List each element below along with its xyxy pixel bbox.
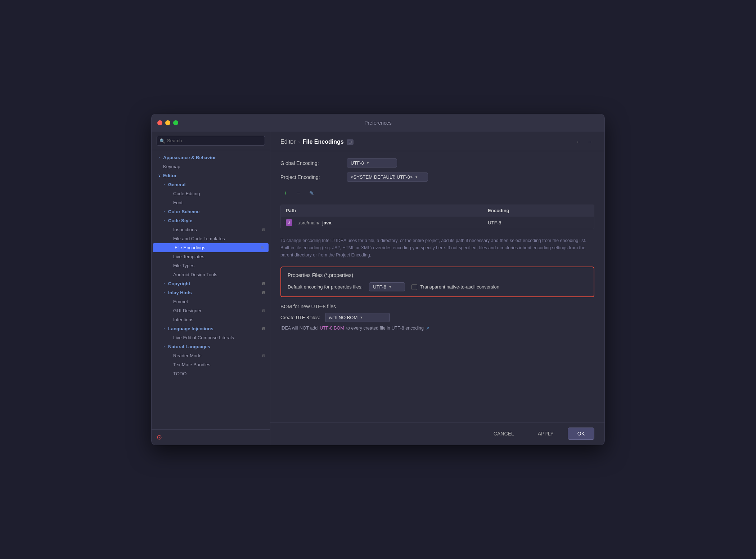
sidebar-item-textmate-bundles[interactable]: TextMate Bundles	[152, 360, 270, 369]
sidebar-item-label: Language Injections	[168, 326, 261, 331]
sidebar-item-file-encodings[interactable]: File Encodings ⊟	[153, 243, 269, 252]
sidebar-item-natural-languages[interactable]: › Natural Languages	[152, 342, 270, 351]
cell-encoding: UTF-8	[488, 220, 589, 225]
sidebar-item-keymap[interactable]: Keymap	[152, 162, 270, 171]
edit-button[interactable]: ✎	[306, 188, 316, 198]
path-bold: java	[322, 220, 331, 225]
path-folder-icon: J	[286, 219, 292, 226]
path-prefix: .../src/main/	[295, 220, 319, 225]
item-badge: ⊟	[262, 327, 265, 331]
chevron-icon: ›	[162, 345, 167, 349]
sidebar-item-label: Android Design Tools	[173, 272, 265, 277]
dropdown-arrow-icon: ▾	[360, 315, 363, 320]
sidebar-item-live-edit-compose[interactable]: Live Edit of Compose Literals	[152, 333, 270, 342]
ok-button[interactable]: OK	[568, 428, 594, 440]
chevron-icon: ›	[162, 282, 167, 286]
chevron-icon: ›	[162, 219, 167, 223]
sidebar-search-area: 🔍	[152, 131, 270, 150]
sidebar-item-font[interactable]: Font	[152, 198, 270, 207]
sidebar-item-language-injections[interactable]: › Language Injections ⊟	[152, 324, 270, 333]
bom-note-prefix: IDEA will NOT add	[280, 326, 318, 331]
sidebar-item-label: GUI Designer	[173, 308, 261, 313]
sidebar-item-copyright[interactable]: › Copyright ⊟	[152, 279, 270, 288]
main-content: 🔍 › Appearance & Behavior Keymap ∨ Edito…	[152, 131, 604, 445]
item-badge: ⊟	[261, 246, 264, 250]
remove-button[interactable]: −	[293, 188, 303, 198]
sidebar-item-label: File Types	[173, 263, 265, 268]
sidebar-item-intentions[interactable]: Intentions	[152, 315, 270, 324]
sidebar-item-label: Natural Languages	[168, 344, 265, 349]
sidebar-item-label: Keymap	[163, 164, 265, 169]
transparent-checkbox[interactable]	[411, 284, 417, 290]
breadcrumb-separator: ›	[298, 139, 300, 144]
search-icon: 🔍	[159, 138, 165, 143]
transparent-checkbox-row[interactable]: Transparent native-to-ascii conversion	[411, 284, 499, 290]
nav-back-icon[interactable]: ←	[574, 137, 583, 147]
sidebar-item-code-style[interactable]: › Code Style	[152, 216, 270, 225]
breadcrumb-editor: Editor	[280, 139, 296, 145]
sidebar-item-live-templates[interactable]: Live Templates	[152, 252, 270, 261]
nav-arrows: ← →	[574, 137, 594, 147]
sidebar-item-appearance-behavior[interactable]: › Appearance & Behavior	[152, 153, 270, 162]
sidebar-item-file-types[interactable]: File Types	[152, 261, 270, 270]
col-encoding-header: Encoding	[488, 208, 589, 213]
sidebar-item-label: Reader Mode	[173, 353, 261, 358]
window-title: Preferences	[364, 120, 391, 126]
properties-encoding-label: Default encoding for properties files:	[288, 284, 363, 290]
sidebar-item-label: Code Editing	[173, 191, 265, 196]
sidebar-item-emmet[interactable]: Emmet	[152, 297, 270, 306]
chevron-icon: ›	[162, 183, 167, 187]
cancel-button[interactable]: CANCEL	[484, 428, 524, 440]
sidebar-item-label: Inlay Hints	[168, 290, 261, 295]
sidebar-item-todo[interactable]: TODO	[152, 369, 270, 378]
chevron-icon: ›	[162, 291, 167, 295]
global-encoding-value: UTF-8	[351, 160, 364, 166]
sidebar-item-android-design-tools[interactable]: Android Design Tools	[152, 270, 270, 279]
search-wrapper: 🔍	[157, 136, 265, 146]
bom-note: IDEA will NOT add UTF-8 BOM to every cre…	[280, 326, 594, 331]
traffic-lights	[157, 120, 178, 125]
global-encoding-dropdown[interactable]: UTF-8 ▾	[347, 158, 397, 167]
bom-row: Create UTF-8 files: with NO BOM ▾	[280, 313, 594, 322]
sidebar-item-color-scheme[interactable]: › Color Scheme	[152, 207, 270, 216]
item-badge: ⊟	[262, 354, 265, 358]
maximize-button[interactable]	[173, 120, 178, 125]
sidebar-item-label: TextMate Bundles	[173, 362, 265, 367]
sidebar-item-label: TODO	[173, 371, 265, 376]
close-button[interactable]	[157, 120, 162, 125]
table-header: Path Encoding	[281, 205, 594, 216]
nav-forward-icon[interactable]: →	[586, 137, 594, 147]
sidebar-items: › Appearance & Behavior Keymap ∨ Editor …	[152, 150, 270, 429]
search-input[interactable]	[157, 136, 265, 146]
sidebar-item-file-code-templates[interactable]: File and Code Templates	[152, 234, 270, 243]
bom-note-highlight: UTF-8 BOM	[320, 326, 344, 331]
bom-create-dropdown[interactable]: with NO BOM ▾	[325, 313, 390, 322]
encodings-table: Path Encoding J .../src/main/java UTF-8	[280, 205, 594, 229]
bom-create-value: with NO BOM	[329, 315, 357, 320]
sidebar-item-code-editing[interactable]: Code Editing	[152, 189, 270, 198]
sidebar-item-inlay-hints[interactable]: › Inlay Hints ⊟	[152, 288, 270, 297]
properties-row: Default encoding for properties files: U…	[288, 282, 587, 291]
sidebar-item-label: Emmet	[173, 299, 265, 304]
sidebar-item-general[interactable]: › General	[152, 180, 270, 189]
apply-button[interactable]: APPLY	[528, 428, 563, 440]
add-button[interactable]: +	[280, 188, 291, 198]
help-icon[interactable]: ⊙	[157, 434, 162, 441]
bom-section: BOM for new UTF-8 files Create UTF-8 fil…	[280, 302, 594, 332]
external-link-icon[interactable]: ↗	[426, 326, 429, 331]
project-encoding-dropdown[interactable]: <SYSTEM DEFAULT: UTF-8> ▾	[347, 173, 428, 182]
chevron-icon: ›	[157, 156, 162, 160]
sidebar-item-inspections[interactable]: Inspections ⊟	[152, 225, 270, 234]
properties-encoding-value: UTF-8	[373, 284, 386, 290]
properties-encoding-dropdown[interactable]: UTF-8 ▾	[369, 282, 405, 291]
properties-files-section: Properties Files (*.properties) Default …	[280, 267, 594, 297]
preferences-window: Preferences 🔍 › Appearance & Behavior Ke…	[151, 114, 605, 445]
table-row[interactable]: J .../src/main/java UTF-8	[281, 216, 594, 229]
minimize-button[interactable]	[165, 120, 170, 125]
info-text: To change encoding IntelliJ IDEA uses fo…	[280, 234, 594, 261]
sidebar-item-gui-designer[interactable]: GUI Designer ⊟	[152, 306, 270, 315]
transparent-label: Transparent native-to-ascii conversion	[420, 284, 499, 290]
dropdown-arrow-icon: ▾	[367, 161, 369, 165]
sidebar-item-reader-mode[interactable]: Reader Mode ⊟	[152, 351, 270, 360]
sidebar-item-editor[interactable]: ∨ Editor	[152, 171, 270, 180]
